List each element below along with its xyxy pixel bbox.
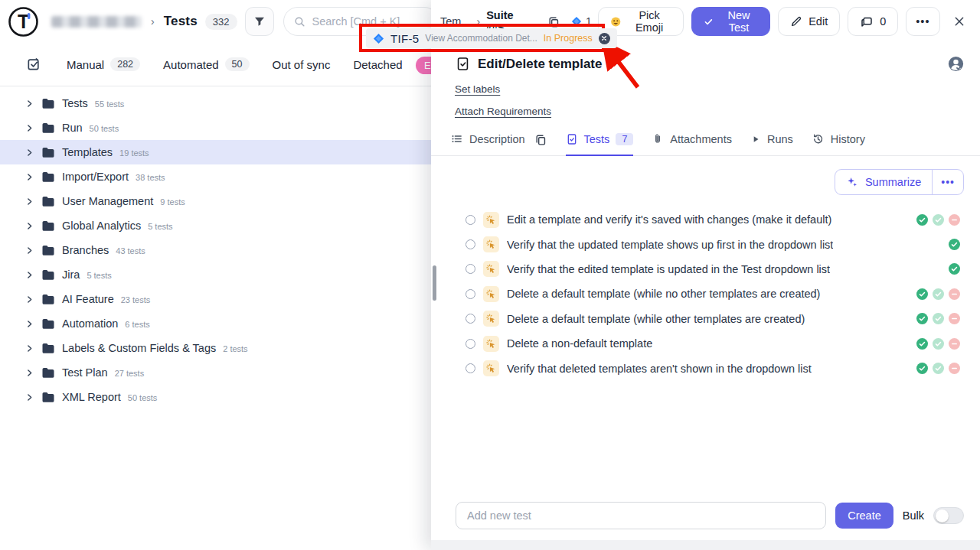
filter-tab[interactable]: Detached	[353, 58, 402, 71]
select-all-button[interactable]	[24, 54, 44, 74]
chevron-right-icon	[24, 368, 34, 378]
status-blank-icon	[933, 263, 944, 275]
set-labels-link[interactable]: Set labels	[455, 83, 500, 95]
chevron-right-icon	[24, 295, 34, 304]
folder-icon	[41, 244, 55, 256]
select-all-icon	[26, 57, 41, 72]
test-status-group	[916, 263, 960, 275]
jira-issue-chip[interactable]: TIF-5 View Accommodation Det... In Progr…	[366, 28, 617, 48]
test-row[interactable]: Delete a default template (while other t…	[431, 307, 980, 331]
tab-description[interactable]: Description	[450, 132, 525, 156]
filter-tab[interactable]: Manual 282	[67, 57, 140, 71]
search-input[interactable]	[312, 15, 420, 28]
tests-total-badge: 332	[205, 14, 237, 30]
folder-test-count: 2 tests	[223, 344, 247, 353]
folder-icon	[41, 268, 55, 281]
copy-description-button[interactable]	[534, 133, 547, 155]
test-row[interactable]: Verify that deleted templates aren't sho…	[431, 356, 980, 380]
tab-runs[interactable]: Runs	[750, 133, 793, 156]
folder-icon	[41, 97, 55, 109]
paperclip-icon	[652, 133, 664, 145]
chevron-right-icon	[24, 221, 34, 231]
tab-tests[interactable]: Tests 7	[566, 133, 634, 156]
bulk-toggle[interactable]	[933, 507, 964, 524]
linked-jira-indicator[interactable]: 1	[571, 15, 592, 28]
folder-icon	[41, 220, 55, 232]
test-radio[interactable]	[466, 363, 475, 373]
status-fail-faded-icon	[949, 338, 960, 350]
tab-history[interactable]: History	[812, 132, 865, 156]
add-test-row: Create Bulk	[456, 502, 964, 529]
summarize-button[interactable]: Summarize	[835, 170, 932, 194]
folder-icon	[41, 122, 55, 134]
test-radio[interactable]	[466, 339, 475, 349]
test-status-group	[916, 338, 960, 350]
folder-name: Tests	[62, 97, 88, 109]
test-row[interactable]: Delete a default template (while no othe…	[431, 282, 980, 306]
status-pass-icon	[916, 214, 928, 226]
chevron-right-icon	[24, 197, 34, 207]
status-pass-faded-icon	[933, 288, 944, 300]
summarize-more-button[interactable]: •••	[932, 170, 963, 194]
edit-button[interactable]: Edit	[778, 7, 840, 36]
breadcrumb-item[interactable]: Tem...	[440, 15, 470, 28]
app-logo-icon[interactable]: T	[8, 6, 39, 37]
search-icon	[293, 15, 306, 28]
folder-icon	[41, 293, 55, 305]
folder-name: Labels & Custom Fields & Tags	[62, 342, 216, 354]
bulk-label: Bulk	[903, 509, 924, 522]
close-drawer-button[interactable]	[951, 11, 969, 31]
comments-button[interactable]: 0	[848, 7, 898, 36]
test-row[interactable]: Edit a template and verify it's saved wi…	[431, 207, 980, 232]
jira-count-label: 1	[586, 15, 592, 28]
tab-label: Description	[469, 133, 525, 145]
drawer-tabs: Description Tests 7 Attachments	[431, 132, 980, 156]
test-radio[interactable]	[466, 215, 475, 225]
test-doc-icon	[566, 133, 578, 145]
folder-icon	[41, 171, 55, 183]
unlink-jira-button[interactable]	[599, 33, 610, 44]
test-radio[interactable]	[466, 314, 475, 324]
create-button[interactable]: Create	[835, 503, 893, 529]
tab-attachments[interactable]: Attachments	[652, 133, 732, 156]
test-radio[interactable]	[466, 289, 475, 299]
test-row[interactable]: Delete a non-default template	[431, 331, 980, 356]
test-radio[interactable]	[466, 264, 475, 274]
attach-requirements-link[interactable]: Attach Requirements	[455, 106, 551, 117]
test-row[interactable]: Verify that the edited template is updat…	[431, 257, 980, 282]
drawer-footer-strip	[431, 540, 980, 550]
emoji-icon	[610, 15, 621, 28]
jira-issue-key[interactable]: TIF-5	[390, 32, 419, 45]
more-actions-button[interactable]: •••	[906, 7, 939, 36]
status-pass-icon	[916, 288, 928, 300]
check-icon	[704, 16, 714, 28]
add-test-input[interactable]	[456, 502, 826, 529]
folder-name: AI Feature	[62, 293, 114, 305]
chevron-right-icon	[24, 270, 34, 280]
click-template-icon	[483, 336, 499, 352]
history-clock-icon	[812, 132, 825, 145]
test-row[interactable]: Verify that the updated template shows u…	[431, 232, 980, 256]
filter-tab[interactable]: Automated 50	[163, 57, 249, 71]
chevron-right-icon	[24, 172, 34, 182]
project-name-blurred[interactable]	[51, 16, 142, 28]
test-title: Verify that deleted templates aren't sho…	[507, 363, 812, 375]
folder-icon	[41, 391, 55, 403]
filter-button[interactable]	[245, 7, 274, 36]
assignee-avatar[interactable]	[947, 55, 965, 73]
close-icon	[953, 15, 965, 28]
comment-icon	[860, 15, 874, 28]
chevron-right-icon	[24, 343, 34, 353]
jira-issue-status: In Progress	[544, 33, 593, 44]
close-icon	[601, 35, 607, 41]
filter-tab-count: 50	[225, 57, 250, 71]
status-pass-icon	[916, 313, 928, 324]
scrollbar-thumb[interactable]	[433, 265, 436, 301]
copy-icon	[534, 133, 547, 146]
status-blank-icon	[916, 239, 928, 250]
summarize-row: Summarize •••	[431, 156, 980, 195]
ellipsis-icon: •••	[941, 176, 955, 188]
filter-tab[interactable]: Out of sync	[273, 58, 331, 71]
new-test-button[interactable]: New Test	[691, 7, 770, 36]
test-radio[interactable]	[466, 239, 475, 249]
